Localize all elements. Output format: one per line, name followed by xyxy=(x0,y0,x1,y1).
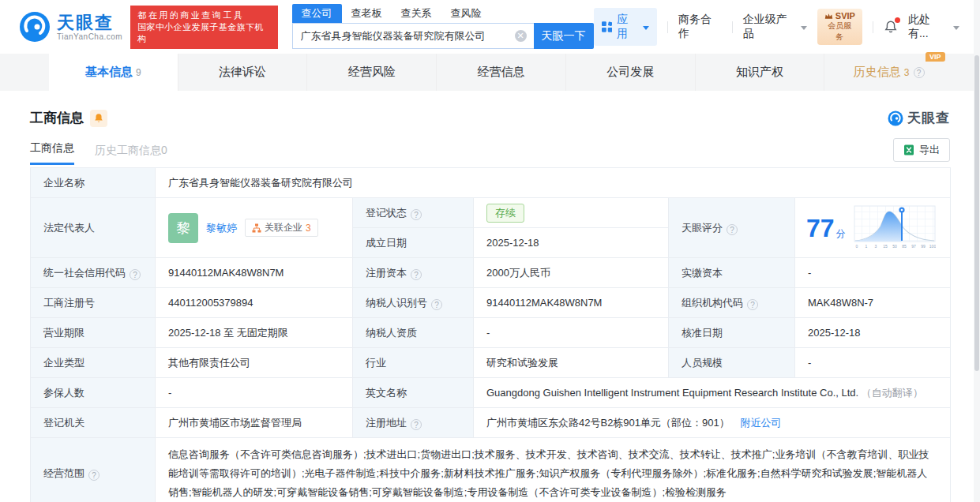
divider xyxy=(873,21,873,33)
notification-bell[interactable] xyxy=(884,20,898,34)
aperture-logo-icon xyxy=(888,111,903,126)
reg-capital-label: 注册资本 xyxy=(353,258,474,288)
credit-code-label: 统一社会信用代码 xyxy=(31,258,156,288)
auto-translate-note: （自动翻译） xyxy=(862,387,923,399)
main-content: 工商信息 天眼查 工商信息 历史工商信息0 导出 xyxy=(0,91,980,502)
help-icon[interactable] xyxy=(411,419,422,430)
insured-count-value: - xyxy=(156,378,353,408)
score-axis-tick: 97 xyxy=(911,244,916,249)
svip-label: SVIP xyxy=(835,11,855,21)
tab-operation-info[interactable]: 经营信息 xyxy=(437,54,566,91)
member-service-label: 会员服务 xyxy=(824,21,855,43)
vip-badge: VIP xyxy=(926,52,945,62)
tab-legal-litigation[interactable]: 法律诉讼 xyxy=(178,54,308,91)
company-name-label: 企业名称 xyxy=(31,168,156,198)
search-tab-risk[interactable]: 查风险 xyxy=(441,4,491,23)
help-icon[interactable] xyxy=(130,269,141,280)
tianyancha-logo[interactable]: 天眼查 TianYanCha.com xyxy=(19,11,122,43)
reg-status-value: 存续 xyxy=(474,198,669,228)
excel-icon xyxy=(903,144,914,155)
business-term-label: 营业期限 xyxy=(31,318,156,348)
notification-dot xyxy=(895,17,900,23)
tab-operation-risk[interactable]: 经营风险 xyxy=(307,54,437,91)
credit-code-value: 91440112MAK48W8N7M xyxy=(156,258,353,288)
tab-company-development[interactable]: 公司发展 xyxy=(566,54,696,91)
header-menu: 应用 商务合作 企业级产品 SVIP 会员服务 xyxy=(594,8,959,46)
score-cell: 77分 xyxy=(795,198,951,258)
score-label: 天眼评分 xyxy=(669,198,795,258)
reg-number-label: 工商注册号 xyxy=(31,288,156,318)
aperture-logo-icon xyxy=(19,11,51,43)
help-icon[interactable] xyxy=(727,224,738,235)
help-icon[interactable] xyxy=(411,209,422,220)
avatar[interactable]: 黎 xyxy=(168,213,198,243)
search-button[interactable]: 天眼一下 xyxy=(534,23,594,49)
reg-authority-label: 登记机关 xyxy=(31,408,156,438)
legal-rep-cell: 黎 黎敏婷 关联企业 3 xyxy=(156,198,353,258)
legal-rep-link[interactable]: 黎敏婷 xyxy=(206,221,237,235)
reg-address-label: 注册地址 xyxy=(353,408,474,438)
subtab-history-business-info[interactable]: 历史工商信息0 xyxy=(95,144,167,165)
staff-size-label: 人员规模 xyxy=(669,348,795,378)
industry-value: 研究和试验发展 xyxy=(474,348,669,378)
subtab-business-info[interactable]: 工商信息 xyxy=(30,141,74,165)
scrollbar-thumb[interactable] xyxy=(974,55,979,371)
help-icon[interactable] xyxy=(88,470,100,481)
help-icon[interactable] xyxy=(431,299,442,310)
chevron-down-icon xyxy=(801,26,807,30)
org-code-value: MAK48W8N-7 xyxy=(795,288,951,318)
company-type-value: 其他有限责任公司 xyxy=(156,348,353,378)
user-menu[interactable]: 此处有... xyxy=(908,13,959,41)
search-tab-relation[interactable]: 查关系 xyxy=(392,4,441,23)
legal-rep-label: 法定代表人 xyxy=(31,198,156,258)
reg-number-value: 440112005379894 xyxy=(156,288,353,318)
score-axis-tick: 50 xyxy=(892,244,897,249)
brand-name: 天眼查 xyxy=(57,13,122,32)
apps-menu[interactable]: 应用 xyxy=(594,8,658,46)
reg-authority-value: 广州市黄埔区市场监督管理局 xyxy=(156,408,353,438)
slogan-line2: 国家中小企业发展子基金旗下机构 xyxy=(137,21,270,45)
chevron-down-icon xyxy=(643,26,649,30)
approval-date-label: 核准日期 xyxy=(669,318,795,348)
watermark-text: 天眼查 xyxy=(907,109,950,127)
search-tab-boss[interactable]: 查老板 xyxy=(342,4,392,23)
business-cooperation[interactable]: 商务合作 xyxy=(678,13,722,41)
help-icon[interactable] xyxy=(914,67,925,78)
taxpayer-id-label: 纳税人识别号 xyxy=(353,288,474,318)
related-label: 关联企业 xyxy=(265,221,302,234)
tab-basic-info[interactable]: 基本信息9 xyxy=(49,54,178,91)
clear-icon[interactable]: ✕ xyxy=(515,30,527,42)
svip-member-button[interactable]: SVIP 会员服务 xyxy=(817,9,862,45)
subscribe-bell-button[interactable] xyxy=(90,110,107,127)
search-input[interactable] xyxy=(292,23,534,49)
export-button[interactable]: 导出 xyxy=(893,138,950,162)
paid-capital-label: 实缴资本 xyxy=(669,258,795,288)
table-row: 统一社会信用代码 91440112MAK48W8N7M 注册资本 2000万人民… xyxy=(31,258,951,288)
reg-status-label: 登记状态 xyxy=(353,198,474,228)
related-companies-badge[interactable]: 关联企业 3 xyxy=(245,219,318,237)
score-axis-tick: 85 xyxy=(902,244,907,249)
related-count: 3 xyxy=(306,223,311,234)
table-row: 法定代表人 黎 黎敏婷 关联企业 3 xyxy=(31,198,951,228)
status-badge: 存续 xyxy=(486,204,524,223)
bell-icon xyxy=(94,113,103,123)
header: 天眼查 TianYanCha.com 都在用的商业查询工具 国家中小企业发展子基… xyxy=(0,0,980,54)
table-row: 工商注册号 440112005379894 纳税人识别号 91440112MAK… xyxy=(31,288,951,318)
tab-history-info[interactable]: 历史信息3 VIP xyxy=(824,54,953,91)
search-tab-company[interactable]: 查公司 xyxy=(292,4,342,23)
scrollbar-track[interactable] xyxy=(974,0,980,502)
reg-capital-value: 2000万人民币 xyxy=(474,258,669,288)
table-row: 经营范围 信息咨询服务（不含许可类信息咨询服务）;技术进出口;货物进出口;技术服… xyxy=(31,438,951,502)
company-nav-tabs: 基本信息9 法律诉讼 经营风险 经营信息 公司发展 知识产权 历史信息3 VIP xyxy=(0,54,980,91)
help-icon[interactable] xyxy=(411,269,422,280)
establish-date-value: 2025-12-18 xyxy=(474,228,669,258)
org-chart-icon xyxy=(252,223,261,233)
slogan-line1: 都在用的商业查询工具 xyxy=(137,9,270,21)
tab-intellectual-property[interactable]: 知识产权 xyxy=(696,54,825,91)
help-icon[interactable] xyxy=(747,299,758,310)
score-axis-tick: 15 xyxy=(883,244,888,249)
nearby-companies-link[interactable]: 附近公司 xyxy=(740,417,781,429)
tab-count: 3 xyxy=(904,67,910,78)
enterprise-products[interactable]: 企业级产品 xyxy=(743,13,807,41)
taxpayer-qualification-label: 纳税人资质 xyxy=(353,318,474,348)
